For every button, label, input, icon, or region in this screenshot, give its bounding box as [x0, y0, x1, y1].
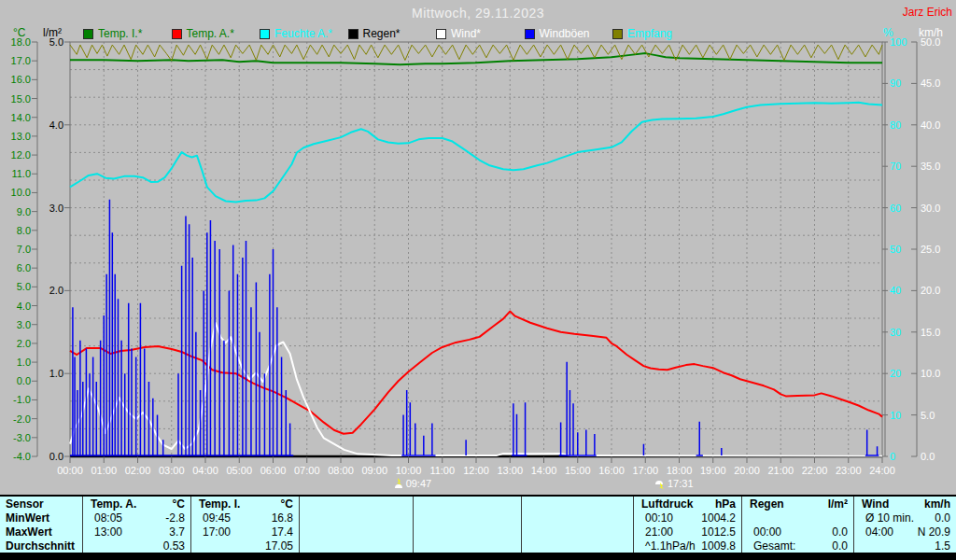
- x-axis-label: 19:00: [700, 465, 726, 476]
- stats-sensor-unit: km/h: [924, 497, 950, 511]
- station-owner: Jarz Erich: [903, 6, 952, 19]
- temp-axis-tick-label: 4.0: [17, 301, 31, 312]
- stats-value-row: 0.53: [83, 539, 190, 553]
- humidity-axis-tick-label: 80: [890, 119, 901, 131]
- stat-time: Ø 10 min.: [865, 511, 914, 525]
- x-axis-label: 15:00: [565, 465, 591, 476]
- stats-value-row: 17.05: [191, 539, 299, 553]
- stats-value-row: [414, 511, 521, 525]
- temp-axis-tick-label: 6.0: [17, 262, 31, 273]
- humidity-axis-tick-label: 40: [890, 285, 901, 296]
- stats-value-row: 00:101004.2: [634, 511, 741, 525]
- stat-time: 21:00: [645, 525, 673, 539]
- x-axis-label: 22:00: [802, 465, 828, 476]
- stats-value-row: [414, 525, 521, 539]
- stat-time: 00:10: [645, 511, 673, 525]
- sunset-marker: 17:31: [654, 478, 694, 489]
- temp-axis-tick-label: 5.0: [17, 281, 31, 292]
- stats-sensor-name: Temp. I.: [199, 497, 240, 511]
- rain-axis-tick-label: 3.0: [49, 203, 63, 214]
- x-axis-label: 17:00: [632, 465, 658, 476]
- x-axis-label: 14:00: [531, 465, 557, 476]
- stats-value-row: [300, 539, 413, 553]
- series-tempi: [70, 53, 882, 64]
- rain-axis-tick-label: 2.0: [49, 285, 63, 296]
- x-axis-label: 01:00: [91, 465, 117, 476]
- legend-swatch: [436, 29, 446, 39]
- x-axis-label: 11:00: [429, 465, 455, 476]
- stats-row-label: Sensor: [0, 497, 82, 511]
- legend-item-7: Empfang: [612, 27, 672, 40]
- legend-swatch: [172, 29, 182, 39]
- stats-value-row: [522, 511, 633, 525]
- stats-column-tempa: Temp. A.°C08:05-2.813:003.70.53: [82, 497, 190, 554]
- legend-swatch: [260, 29, 270, 39]
- temp-axis-tick-label: 11.0: [11, 168, 31, 179]
- stats-value-row: [300, 511, 413, 525]
- x-axis-label: 08:00: [328, 465, 354, 476]
- x-axis-label: 24:00: [869, 465, 895, 476]
- x-axis-label: 03:00: [159, 465, 185, 476]
- stats-sensor-name: Temp. A.: [91, 497, 136, 511]
- wind-axis-tick-label: 15.0: [921, 327, 940, 338]
- stats-column-regen: Regenl/m²00:000.0Gesamt:0.0: [741, 497, 853, 554]
- stat-time: 09:45: [203, 511, 231, 525]
- temp-axis-tick-label: 9.0: [17, 206, 31, 217]
- temp-axis-tick-label: 3.0: [17, 319, 31, 330]
- stat-value: 16.8: [272, 511, 293, 525]
- wind-axis-tick-label: 5.0: [921, 410, 935, 421]
- humidity-axis-tick-label: 30: [890, 327, 901, 338]
- stats-table: SensorMinWertMaxWertDurchschnittTemp. A.…: [0, 495, 956, 554]
- temp-axis-tick-label: 8.0: [17, 225, 31, 236]
- stats-value-row: Gesamt:0.0: [742, 539, 853, 553]
- wind-axis-tick-label: 45.0: [921, 77, 940, 89]
- legend-item-1: Temp. I.*: [83, 27, 142, 40]
- stats-value-row: 17:0017.4: [191, 525, 299, 539]
- x-axis-label: 07:00: [294, 465, 320, 476]
- stats-column-header: Regenl/m²: [742, 497, 853, 511]
- x-axis-label: 09:00: [361, 465, 387, 476]
- temp-axis-tick-label: 7.0: [17, 244, 31, 255]
- legend-label: Temp. A.*: [187, 27, 234, 40]
- legend-label: Empfang: [627, 27, 672, 40]
- temp-axis-tick-label: -4.0: [13, 451, 31, 462]
- stats-row-label: Durchschnitt: [0, 539, 82, 553]
- stats-column-luftdruck: LuftdruckhPa00:101004.221:001012.5^1.1hP…: [633, 497, 741, 554]
- sunset-icon: [654, 478, 666, 489]
- stats-value-row: ^1.1hPa/h1009.8: [634, 539, 741, 553]
- temp-axis-tick-label: 17.0: [11, 55, 31, 66]
- stats-value-row: 04:00N 20.9: [854, 525, 956, 539]
- temp-axis-tick-label: 16.0: [11, 74, 31, 85]
- humidity-axis-tick-label: 10: [890, 410, 901, 421]
- stats-column-header: Windkm/h: [854, 497, 956, 511]
- temp-axis-tick-label: 12.0: [11, 149, 31, 161]
- humidity-axis-tick-label: 90: [890, 77, 901, 89]
- sunset-time: 17:31: [668, 478, 694, 489]
- stats-column-empty: [413, 497, 521, 554]
- temp-axis-tick-label: 1.0: [17, 357, 31, 368]
- x-axis-label: 10:00: [396, 465, 422, 476]
- stats-column-header: [414, 497, 521, 511]
- legend-label: Wind*: [451, 27, 481, 40]
- temp-axis-tick-label: -1.0: [13, 394, 31, 405]
- temp-axis-tick-label: 0.0: [17, 375, 31, 386]
- legend-item-5: Wind*: [436, 27, 481, 40]
- stats-value-row: 08:05-2.8: [83, 511, 190, 525]
- legend-swatch: [612, 29, 623, 39]
- stats-value-row: Ø 10 min.0.0: [854, 511, 956, 525]
- stat-time: 00:00: [753, 525, 781, 539]
- x-axis-label: 02:00: [125, 465, 151, 476]
- stats-sensor-name: Luftdruck: [641, 497, 693, 511]
- stat-value: 17.4: [272, 525, 293, 539]
- rain-axis-tick-label: 4.0: [49, 119, 63, 131]
- x-axis-label: 23:00: [836, 465, 862, 476]
- stats-row-label: MaxWert: [0, 525, 82, 539]
- legend-label: Windböen: [540, 27, 590, 40]
- wind-axis-tick-label: 20.0: [921, 285, 940, 296]
- stat-value: 1004.2: [701, 511, 736, 525]
- sunrise-marker: 09:47: [393, 478, 432, 489]
- x-axis-label: 04:00: [192, 465, 218, 476]
- temp-axis-tick-label: -2.0: [13, 413, 31, 425]
- x-axis-label: 06:00: [260, 465, 287, 476]
- x-axis-label: 21:00: [767, 465, 794, 476]
